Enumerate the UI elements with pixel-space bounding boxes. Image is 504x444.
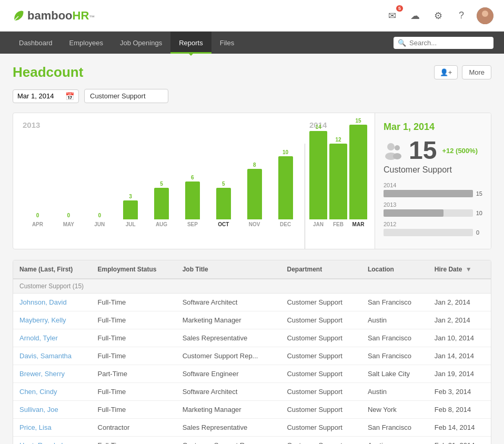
cell-dept: Customer Support bbox=[280, 347, 361, 365]
date-input[interactable] bbox=[17, 92, 62, 100]
cell-status: Full-Time bbox=[92, 329, 176, 347]
cell-name: Mayberry, Kelly bbox=[13, 311, 92, 329]
group-label: Customer Support (15) bbox=[13, 279, 491, 294]
employee-link[interactable]: Mayberry, Kelly bbox=[19, 316, 66, 324]
cell-title: Customer Support Rep... bbox=[176, 347, 281, 365]
employee-link[interactable]: Davis, Samantha bbox=[19, 352, 72, 360]
employee-link[interactable]: Arnold, Tyler bbox=[19, 334, 58, 342]
bar-jul: 3 JUL bbox=[116, 194, 146, 227]
col-name: Name (Last, First) bbox=[13, 260, 92, 279]
cell-hire-date: Feb 21, 2014 bbox=[428, 437, 491, 445]
help-icon[interactable]: ? bbox=[453, 8, 469, 24]
cell-hire-date: Jan 2, 2014 bbox=[428, 311, 491, 329]
bar-aug: 5 AUG bbox=[147, 181, 177, 227]
bar-mar: 15 MAR bbox=[349, 118, 367, 227]
search-input[interactable] bbox=[409, 39, 489, 47]
nav-employees[interactable]: Employees bbox=[61, 32, 112, 54]
date-filter[interactable]: 📅 bbox=[13, 89, 79, 103]
employee-link[interactable]: Price, Lisa bbox=[19, 423, 52, 431]
logo: bambooHR™ bbox=[11, 8, 95, 23]
table-row: Mayberry, Kelly Full-Time Marketing Mana… bbox=[13, 311, 491, 329]
top-icons: ✉ 5 ☁ ⚙ ? bbox=[384, 7, 493, 24]
cell-status: Full-Time bbox=[92, 311, 176, 329]
people-icon bbox=[384, 140, 404, 160]
cell-title: Software Architect bbox=[176, 383, 281, 401]
table-row: Price, Lisa Contractor Sales Representat… bbox=[13, 419, 491, 437]
logo-text: bambooHR™ bbox=[27, 9, 95, 23]
cell-dept: Customer Support bbox=[280, 365, 361, 383]
bars-2013: 0 APR 0 MAY 0 bbox=[23, 133, 300, 227]
employee-table: Name (Last, First) Employment Status Job… bbox=[13, 260, 491, 444]
table-header-row: Name (Last, First) Employment Status Job… bbox=[13, 260, 491, 279]
nav-reports[interactable]: Reports bbox=[170, 32, 211, 54]
cell-dept: Customer Support bbox=[280, 437, 361, 445]
nav-dashboard[interactable]: Dashboard bbox=[11, 32, 61, 54]
employee-link[interactable]: Chen, Cindy bbox=[19, 388, 57, 396]
table-row: Brewer, Sherry Part-Time Software Engine… bbox=[13, 365, 491, 383]
cell-dept: Customer Support bbox=[280, 401, 361, 419]
cell-title: Software Architect bbox=[176, 294, 281, 311]
more-button[interactable]: More bbox=[462, 65, 491, 79]
cell-hire-date: Feb 8, 2014 bbox=[428, 401, 491, 419]
stats-change: +12 (500%) bbox=[442, 147, 478, 155]
employee-link[interactable]: Sullivan, Joe bbox=[19, 406, 58, 413]
department-filter[interactable] bbox=[84, 89, 168, 103]
cloud-icon[interactable]: ☁ bbox=[407, 8, 423, 24]
bar-apr: 0 APR bbox=[23, 213, 53, 227]
cell-hire-date: Jan 14, 2014 bbox=[428, 347, 491, 365]
add-person-icon: 👤+ bbox=[440, 68, 452, 76]
cell-status: Full-Time bbox=[92, 437, 176, 445]
col-title: Job Title bbox=[176, 260, 281, 279]
cell-hire-date: Jan 10, 2014 bbox=[428, 329, 491, 347]
nav-search-box[interactable]: 🔍 bbox=[394, 37, 493, 49]
chart-2014: 2014 14 JAN 12 FEB bbox=[307, 120, 369, 227]
cell-name: Arnold, Tyler bbox=[13, 329, 92, 347]
chart-container: 2013 0 APR 0 MAY bbox=[13, 113, 491, 249]
table-body: Customer Support (15) Johnson, David Ful… bbox=[13, 279, 491, 444]
notification-count: 5 bbox=[396, 5, 403, 12]
cell-dept: Customer Support bbox=[280, 311, 361, 329]
avatar-image bbox=[477, 7, 493, 24]
chart-year-divider bbox=[305, 144, 305, 249]
add-employee-button[interactable]: 👤+ bbox=[434, 65, 458, 79]
cell-location: San Francisco bbox=[361, 329, 428, 347]
cell-location: Salt Lake City bbox=[361, 365, 428, 383]
col-hire-date[interactable]: Hire Date ▼ bbox=[428, 260, 491, 279]
year-bar-2012: 2012 0 bbox=[384, 221, 482, 236]
cell-title: Software Engineer bbox=[176, 365, 281, 383]
employee-link[interactable]: Hunt, Raechel bbox=[19, 441, 63, 444]
gear-icon[interactable]: ⚙ bbox=[430, 8, 446, 24]
cell-location: Austin bbox=[361, 437, 428, 445]
bar-jun: 0 JUN bbox=[85, 213, 115, 227]
cell-title: Customer Support Rep... bbox=[176, 437, 281, 445]
group-header-row: Customer Support (15) bbox=[13, 279, 491, 294]
page-header: Headcount 👤+ More bbox=[13, 64, 491, 80]
cell-location: Austin bbox=[361, 311, 428, 329]
table-header: Name (Last, First) Employment Status Job… bbox=[13, 260, 491, 279]
main-content: Headcount 👤+ More 📅 2013 bbox=[0, 54, 504, 444]
notification-bell[interactable]: ✉ 5 bbox=[384, 8, 400, 24]
cell-location: Austin bbox=[361, 383, 428, 401]
nav-bar: Dashboard Employees Job Openings Reports… bbox=[0, 32, 504, 54]
cell-dept: Customer Support bbox=[280, 383, 361, 401]
logo-leaf-icon bbox=[11, 8, 25, 23]
nav-files[interactable]: Files bbox=[211, 32, 243, 54]
cell-hire-date: Feb 3, 2014 bbox=[428, 383, 491, 401]
cell-hire-date: Jan 2, 2014 bbox=[428, 294, 491, 311]
cell-title: Marketing Manager bbox=[176, 401, 281, 419]
cell-title: Sales Representative bbox=[176, 419, 281, 437]
calendar-icon[interactable]: 📅 bbox=[65, 92, 74, 100]
employee-link[interactable]: Johnson, David bbox=[19, 298, 67, 306]
avatar[interactable] bbox=[477, 7, 493, 24]
chart-2013: 2013 0 APR 0 MAY bbox=[21, 120, 303, 227]
table-row: Johnson, David Full-Time Software Archit… bbox=[13, 294, 491, 311]
cell-title: Sales Representative bbox=[176, 329, 281, 347]
cell-name: Chen, Cindy bbox=[13, 383, 92, 401]
table-row: Arnold, Tyler Full-Time Sales Representa… bbox=[13, 329, 491, 347]
nav-job-openings[interactable]: Job Openings bbox=[112, 32, 170, 54]
year-bar-2014: 2014 15 bbox=[384, 182, 482, 197]
table-row: Hunt, Raechel Full-Time Customer Support… bbox=[13, 437, 491, 445]
employee-link[interactable]: Brewer, Sherry bbox=[19, 370, 65, 378]
cell-dept: Customer Support bbox=[280, 419, 361, 437]
cell-name: Hunt, Raechel bbox=[13, 437, 92, 445]
